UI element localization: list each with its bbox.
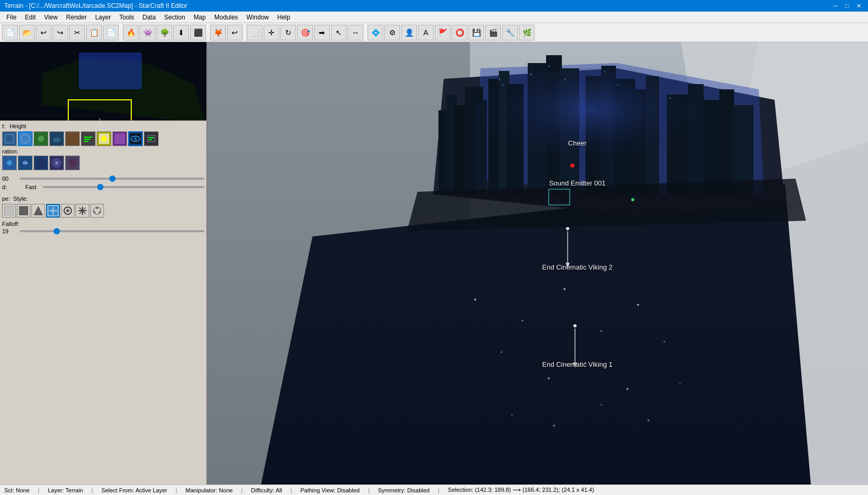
status-difficulty: Difficulty: All [251, 487, 282, 493]
menu-item-map[interactable]: Map [190, 13, 210, 22]
sliders-section: 00 d: Fast [2, 176, 204, 192]
tool-eye[interactable] [128, 131, 143, 146]
menu-item-file[interactable]: File [2, 13, 20, 22]
menu-item-help[interactable]: Help [273, 13, 295, 22]
toolbar-btn-move[interactable]: ✛ [264, 25, 279, 40]
svg-point-105 [553, 425, 555, 427]
toolbar-btn-tree[interactable]: 🌳 [156, 25, 172, 40]
style-btn-0[interactable] [2, 204, 16, 218]
speed-slider[interactable] [20, 178, 204, 180]
svg-point-38 [55, 161, 58, 164]
style-label: Style: [13, 195, 28, 202]
svg-rect-18 [84, 141, 88, 142]
tool-terrain-1[interactable] [2, 131, 17, 146]
toolbar-btn-fire[interactable]: 🔥 [123, 25, 139, 40]
svg-point-26 [134, 137, 137, 140]
toolbar: 📄📂↩↪✂📋📄🔥👾🌳⬇⬛🦊↩⬜✛↻🎯➡↖↔💠⚙👤A🚩⭕💾🎬🔧🌿 [0, 23, 868, 42]
toolbar-btn-box[interactable]: ⬛ [190, 25, 206, 40]
menu-item-window[interactable]: Window [242, 13, 273, 22]
toolbar-btn-gear[interactable]: ⚙ [384, 25, 400, 40]
svg-point-100 [548, 377, 550, 379]
svg-rect-40 [4, 206, 14, 215]
toolbar-btn-leaf[interactable]: 🌿 [519, 25, 535, 40]
left-panel: + t: Height [0, 42, 207, 484]
operation-label: ration: [2, 148, 204, 154]
op-tool-1[interactable] [2, 156, 17, 170]
status-pathing: Pathing View: Disabled [300, 487, 360, 493]
toolbar-btn-target[interactable]: 🎯 [297, 25, 313, 40]
toolbar-btn-copy[interactable]: 📋 [86, 25, 102, 40]
blend-slider[interactable] [43, 186, 204, 188]
operation-tool-grid [2, 156, 204, 170]
toolbar-btn-circle[interactable]: ⭕ [452, 25, 467, 40]
svg-point-101 [585, 362, 587, 364]
toolbar-btn-cut[interactable]: ✂ [69, 25, 85, 40]
toolbar-btn-undo[interactable]: ↩ [36, 25, 51, 40]
toolbar-btn-save[interactable]: 💾 [468, 25, 484, 40]
toolbar-btn-back[interactable]: ↩ [227, 25, 243, 40]
status-selection: Selection: (142.3; 189.8) ⟶ (166.4; 231.… [448, 487, 594, 493]
menu-item-data[interactable]: Data [138, 13, 160, 22]
toolbar-btn-obj2[interactable]: 🔧 [502, 25, 518, 40]
toolbar-btn-redo[interactable]: ↪ [53, 25, 68, 40]
toolbar-btn-zerg[interactable]: 👾 [140, 25, 155, 40]
maximize-button[interactable]: □ [842, 2, 852, 10]
style-btn-2[interactable] [32, 204, 45, 218]
menu-item-edit[interactable]: Edit [20, 13, 40, 22]
op-tool-4[interactable] [49, 156, 64, 170]
tool-script-1[interactable] [81, 131, 96, 146]
brush-section: t: Height [2, 123, 204, 172]
toolbar-btn-cursor[interactable]: ↖ [331, 25, 347, 40]
toolbar-btn-new[interactable]: 📄 [2, 25, 18, 40]
close-button[interactable]: ✕ [853, 2, 864, 10]
falloff-section: Falloff: 19 [2, 221, 204, 236]
toolbar-btn-film[interactable]: 🎬 [485, 25, 501, 40]
svg-rect-17 [84, 139, 90, 140]
title-bar: Terrain - [C:/.../WarcraftWoL/tarcade.SC… [0, 0, 868, 12]
minimize-button[interactable]: ─ [830, 2, 841, 10]
toolbar-btn-diamond[interactable]: 💠 [368, 25, 383, 40]
falloff-slider[interactable] [20, 230, 204, 232]
height-label: Height [9, 123, 26, 129]
style-btn-1[interactable] [17, 204, 30, 218]
toolbar-btn-A[interactable]: A [418, 25, 434, 40]
style-btn-3[interactable] [46, 204, 60, 218]
style-btn-6[interactable] [90, 204, 104, 218]
svg-point-97 [601, 331, 602, 332]
terrain-tool-grid [2, 131, 204, 146]
toolbar-btn-flag[interactable]: 🚩 [435, 25, 451, 40]
svg-point-47 [66, 209, 69, 212]
viewport[interactable]: Cheer Sound Emitter 001 End Cinematic Vi… [207, 42, 868, 484]
tool-terrain-5[interactable] [65, 131, 80, 146]
menu-item-view[interactable]: View [40, 13, 62, 22]
toolbar-btn-person[interactable]: 👤 [401, 25, 417, 40]
toolbar-btn-paste[interactable]: 📄 [103, 25, 119, 40]
op-tool-5[interactable] [65, 156, 80, 170]
svg-rect-30 [149, 139, 152, 140]
menu-item-section[interactable]: Section [160, 13, 190, 22]
menu-item-modules[interactable]: Modules [210, 13, 242, 22]
toolbar-btn-pan[interactable]: ↔ [348, 25, 363, 40]
tool-terrain-3[interactable] [34, 131, 48, 146]
tool-purple[interactable] [112, 131, 127, 146]
toolbar-btn-square[interactable]: ⬜ [247, 25, 263, 40]
menu-item-render[interactable]: Render [62, 13, 91, 22]
tool-light[interactable] [97, 131, 111, 146]
style-btn-4[interactable] [61, 204, 75, 218]
toolbar-btn-open[interactable]: 📂 [19, 25, 35, 40]
op-tool-2[interactable] [18, 156, 33, 170]
toolbar-btn-rotate[interactable]: ↻ [280, 25, 296, 40]
menu-item-layer[interactable]: Layer [91, 13, 115, 22]
style-btn-5[interactable] [76, 204, 89, 218]
toolbar-btn-arrow[interactable]: ➡ [314, 25, 330, 40]
tool-terrain-4[interactable] [49, 131, 64, 146]
svg-point-106 [601, 404, 602, 406]
tool-terrain-2[interactable] [18, 131, 33, 146]
tool-script-2[interactable] [144, 131, 159, 146]
toolbar-btn-obj1[interactable]: 🦊 [210, 25, 226, 40]
op-tool-3[interactable] [34, 156, 48, 170]
blend-label: d: [2, 184, 23, 190]
svg-rect-41 [19, 207, 28, 215]
menu-item-tools[interactable]: Tools [115, 13, 138, 22]
toolbar-btn-down[interactable]: ⬇ [173, 25, 189, 40]
